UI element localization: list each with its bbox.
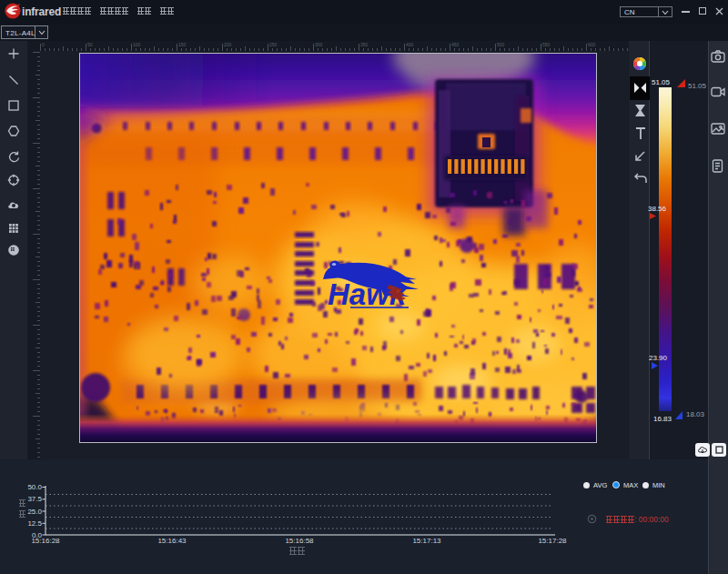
- svg-text:100: 100: [133, 42, 141, 47]
- svg-text:50.0: 50.0: [27, 483, 42, 491]
- svg-text:15:16:28: 15:16:28: [31, 537, 60, 545]
- svg-text:0: 0: [42, 42, 45, 47]
- svg-text:15:16:43: 15:16:43: [157, 537, 187, 545]
- svg-text:550: 550: [542, 42, 551, 47]
- svg-text:25.0: 25.0: [27, 508, 42, 516]
- svg-text:500: 500: [497, 42, 505, 47]
- svg-text:400: 400: [406, 42, 414, 47]
- svg-text:450: 450: [451, 42, 460, 47]
- svg-text:15:17:13: 15:17:13: [412, 537, 441, 545]
- svg-text:200: 200: [224, 42, 232, 47]
- svg-text:15:17:28: 15:17:28: [538, 537, 567, 545]
- svg-text:150: 150: [178, 42, 187, 47]
- svg-text:250: 250: [269, 42, 278, 47]
- svg-text:37.5: 37.5: [27, 495, 42, 503]
- svg-text:350: 350: [360, 42, 369, 47]
- svg-text:50: 50: [87, 42, 93, 47]
- svg-text:15:16:58: 15:16:58: [285, 537, 314, 545]
- svg-text:600: 600: [588, 42, 596, 47]
- svg-text:12.5: 12.5: [27, 519, 42, 528]
- svg-text:300: 300: [315, 42, 323, 47]
